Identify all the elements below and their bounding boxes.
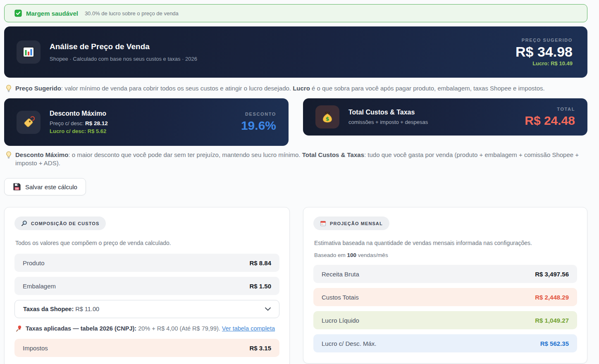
cost-row-impostos: Impostos R$ 3.15 [14, 339, 279, 357]
projection-row-lucro-liquido: Lucro Líquido R$ 1,049.27 [313, 311, 577, 329]
tip-bold: Lucro [293, 85, 310, 92]
tip-bold: Total Custos & Taxas [302, 151, 364, 158]
projection-row-custos-totais: Custos Totais R$ 2,448.29 [313, 288, 577, 306]
tip-bold: Desconto Máximo [15, 151, 68, 158]
discount-metric-label: DESCONTO [241, 112, 276, 117]
cost-row-value: R$ 1.50 [249, 283, 271, 290]
price-analysis-card: Análise de Preço de Venda Shopee · Calcu… [4, 26, 587, 78]
total-card-subtitle: comissões + imposto + despesas [348, 119, 428, 125]
based-prefix: Baseado em [314, 252, 347, 258]
cost-row-value: R$ 3.15 [249, 345, 271, 352]
metric-cards-row: Desconto Máximo Preço c/ desc: R$ 28.12 … [4, 98, 587, 146]
cost-composition-description: Todos os valores que compõem o preço de … [15, 240, 279, 246]
projection-row-value: R$ 3,497.56 [535, 271, 569, 278]
suggested-price-value: R$ 34.98 [515, 44, 573, 60]
cost-row-value: R$ 8.84 [249, 259, 271, 266]
discount-price-label: Preço c/ desc: [50, 120, 85, 126]
applied-fees-note: Taxas aplicadas — tabela 2026 (CNPJ): 20… [15, 325, 279, 332]
discount-card-text: Desconto Máximo Preço c/ desc: R$ 28.12 … [50, 110, 108, 134]
save-calculation-button[interactable]: Salvar este cálculo [4, 178, 86, 195]
page: Margem saudável 30.0% de lucro sobre o p… [4, 4, 587, 364]
bar-chart-icon [23, 47, 34, 57]
discount-price-value: R$ 28.12 [85, 120, 108, 126]
view-full-table-link[interactable]: Ver tabela completa [222, 325, 275, 332]
projection-row-label: Custos Totais [322, 294, 359, 301]
discount-price-line: Preço c/ desc: R$ 28.12 [50, 120, 108, 126]
shopee-fees-text: Taxas da Shopee: R$ 11.00 [23, 305, 99, 313]
tip-max-discount: Desconto Máximo: o maior desconto que vo… [6, 151, 587, 167]
svg-text:$: $ [325, 116, 329, 122]
cost-row-embalagem: Embalagem R$ 1.50 [14, 277, 279, 295]
page-subtitle: Shopee · Calculado com base nos seus cus… [50, 56, 197, 62]
monthly-projection-badge-label: PROJEÇÃO MENSAL [330, 221, 383, 226]
panels-row: COMPOSIÇÃO DE CUSTOS Todos os valores qu… [4, 207, 587, 364]
applied-fees-plain: 20% + R$ 4,00 (Até R$ 79,99). [136, 325, 222, 332]
based-suffix: vendas/mês [356, 252, 388, 258]
shopee-fees-value: R$ 11.00 [74, 306, 99, 312]
health-status-banner: Margem saudável 30.0% de lucro sobre o p… [4, 4, 587, 22]
projection-row-value: R$ 562.35 [540, 340, 569, 347]
chart-icon-tile [17, 40, 41, 64]
projection-row-label: Lucro Líquido [322, 317, 359, 324]
health-status-detail: 30.0% de lucro sobre o preço de venda [85, 10, 179, 17]
total-metric-label: TOTAL [525, 107, 575, 112]
tip-text: Desconto Máximo: o maior desconto que vo… [15, 151, 587, 167]
money-bag-icon: $ [322, 111, 333, 123]
projection-row-value: R$ 1,049.27 [535, 317, 569, 324]
discount-profit-label: Lucro c/ desc: [50, 128, 88, 134]
health-status-label: Margem saudável [26, 10, 78, 17]
cost-composition-panel: COMPOSIÇÃO DE CUSTOS Todos os valores qu… [4, 207, 290, 364]
total-card-text: Total Custos & Taxas comissões + imposto… [348, 109, 428, 125]
calendar-icon [320, 220, 326, 226]
total-card-title: Total Custos & Taxas [348, 109, 428, 116]
monthly-projection-panel: PROJEÇÃO MENSAL Estimativa baseada na qu… [303, 207, 587, 364]
hero-text: Análise de Preço de Venda Shopee · Calcu… [50, 42, 197, 62]
discount-profit-value: R$ 5.62 [88, 128, 107, 134]
total-costs-card: $ Total Custos & Taxas comissões + impos… [303, 98, 587, 136]
pushpin-icon [15, 325, 22, 332]
shopee-fees-expandable-row[interactable]: Taxas da Shopee: R$ 11.00 [14, 300, 279, 318]
lightbulb-icon [6, 151, 12, 159]
projection-row-label: Lucro c/ Desc. Máx. [322, 340, 377, 347]
floppy-disk-icon [13, 183, 21, 191]
projection-row-lucro-desc-max: Lucro c/ Desc. Máx. R$ 562.35 [313, 334, 577, 352]
total-metric-value: R$ 24.48 [525, 114, 575, 128]
cost-row-produto: Produto R$ 8.84 [14, 254, 279, 272]
suggested-price-label: PREÇO SUGERIDO [515, 38, 573, 43]
cost-composition-badge: COMPOSIÇÃO DE CUSTOS [14, 216, 106, 230]
shopee-fees-label: Taxas da Shopee: [23, 306, 74, 312]
price-tag-icon [22, 116, 35, 128]
tip-plain: : o maior desconto que você pode dar sem… [68, 151, 302, 158]
tip-plain: é o que sobra para você após pagar produ… [310, 85, 545, 92]
tip-text: Preço Sugerido: valor mínimo de venda pa… [15, 84, 545, 93]
based-on-sales-line: Baseado em 100 vendas/mês [314, 252, 577, 258]
total-metric-block: TOTAL R$ 24.48 [525, 107, 575, 128]
projection-row-value: R$ 2,448.29 [535, 294, 569, 301]
tip-plain: : valor mínimo de venda para cobrir todo… [61, 85, 293, 92]
suggested-price-block: PREÇO SUGERIDO R$ 34.98 Lucro: R$ 10.49 [515, 38, 573, 67]
tip-bold: Preço Sugerido [15, 85, 61, 92]
sales-per-month-value: 100 [347, 252, 357, 258]
save-button-label: Salvar este cálculo [25, 183, 77, 190]
discount-profit-line: Lucro c/ desc: R$ 5.62 [50, 128, 108, 134]
max-discount-card: Desconto Máximo Preço c/ desc: R$ 28.12 … [4, 98, 289, 146]
applied-fees-text: Taxas aplicadas — tabela 2026 (CNPJ): 20… [26, 325, 275, 332]
check-icon [14, 10, 22, 17]
cost-row-label: Impostos [23, 345, 48, 352]
monthly-projection-description: Estimativa baseada na quantidade de vend… [314, 240, 577, 246]
tip-suggested-price: Preço Sugerido: valor mínimo de venda pa… [6, 84, 587, 93]
discount-metric-value: 19.6% [241, 119, 276, 133]
discount-card-title: Desconto Máximo [50, 110, 108, 117]
projection-row-receita-bruta: Receita Bruta R$ 3,497.56 [313, 265, 577, 283]
tag-icon-tile [17, 111, 41, 134]
profit-note: Lucro: R$ 10.49 [515, 60, 573, 67]
applied-fees-bold: Taxas aplicadas — tabela 2026 (CNPJ): [26, 325, 136, 332]
lightbulb-icon [6, 85, 12, 92]
monthly-projection-badge: PROJEÇÃO MENSAL [313, 216, 389, 230]
cost-row-label: Embalagem [23, 283, 56, 290]
magnifier-icon [21, 220, 27, 226]
page-title: Análise de Preço de Venda [50, 42, 197, 51]
money-icon-tile: $ [315, 105, 339, 128]
cost-row-label: Produto [23, 259, 45, 266]
discount-metric-block: DESCONTO 19.6% [241, 112, 276, 133]
